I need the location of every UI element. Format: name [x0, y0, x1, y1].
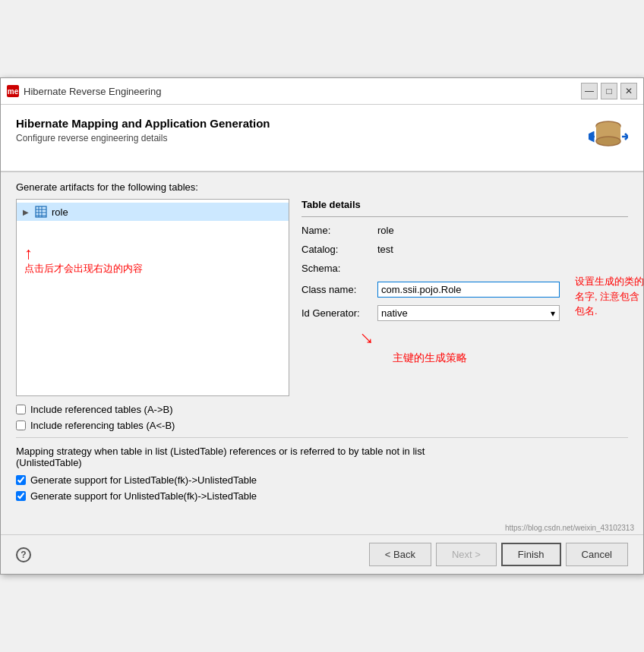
- sub-title: Configure reverse engineering details: [16, 133, 270, 143]
- id-generator-select[interactable]: native assigned increment identity seque…: [377, 305, 560, 321]
- table-grid-icon: [35, 206, 47, 218]
- checkbox-referencing[interactable]: [16, 420, 26, 430]
- footer: ? < Back Next > Finish Cancel: [1, 534, 643, 574]
- expand-arrow-icon: ▶: [23, 208, 29, 216]
- label-catalog: Catalog:: [301, 244, 377, 255]
- checkbox-row-unlisted-listed: Generate support for UnlistedTable(fk)->…: [16, 490, 628, 502]
- value-catalog: test: [377, 244, 393, 255]
- checkbox-referenced[interactable]: [16, 405, 26, 414]
- field-row-name: Name: role: [301, 225, 628, 236]
- checkbox-row-referenced: Include referenced tables (A->B): [16, 404, 628, 415]
- checkbox-listed-unlisted-label: Generate support for ListedTable(fk)->Un…: [30, 474, 257, 486]
- mapping-text: Mapping strategy when table in list (Lis…: [16, 446, 628, 468]
- field-row-classname: Class name: 设置生成的类的名字, 注意包含包名.: [301, 282, 628, 298]
- title-bar-left: me Hibernate Reverse Engineering: [7, 85, 161, 97]
- title-bar: me Hibernate Reverse Engineering — □ ✕: [1, 78, 643, 105]
- maximize-button[interactable]: □: [601, 83, 617, 99]
- checkbox-referencing-label: Include referencing tables (A<-B): [30, 420, 175, 431]
- url-area: https://blog.csdn.net/weixin_43102313: [1, 520, 643, 534]
- mapping-section: Mapping strategy when table in list (Lis…: [16, 437, 628, 511]
- field-row-idgenerator: Id Generator: native assigned increment …: [301, 305, 628, 321]
- checkbox-unlisted-listed-label: Generate support for UnlistedTable(fk)->…: [30, 490, 257, 502]
- back-button[interactable]: < Back: [369, 543, 431, 566]
- next-button[interactable]: Next >: [436, 543, 497, 566]
- classname-input[interactable]: [377, 282, 560, 298]
- table-name: role: [52, 206, 68, 218]
- table-list-item[interactable]: ▶ role: [17, 203, 289, 221]
- id-annotation: 主键的生成策略: [393, 351, 467, 365]
- value-name: role: [377, 225, 394, 236]
- minimize-button[interactable]: —: [581, 83, 598, 99]
- app-icon: me: [7, 85, 19, 97]
- table-list-panel: ▶ role: [16, 199, 289, 396]
- details-panel: Table details Name: role Catalog: test S…: [301, 199, 628, 396]
- main-title: Hibernate Mapping and Application Genera…: [16, 117, 270, 130]
- id-annotation-area: ↑ 主键的生成策略: [301, 329, 628, 389]
- cancel-button[interactable]: Cancel: [566, 543, 628, 566]
- checkbox-row-referencing: Include referencing tables (A<-B): [16, 420, 628, 431]
- details-title: Table details: [301, 199, 628, 210]
- label-idgenerator: Id Generator:: [301, 307, 377, 319]
- svg-point-2: [596, 137, 620, 146]
- url-text: https://blog.csdn.net/weixin_43102313: [505, 524, 634, 532]
- window-title: Hibernate Reverse Engineering: [24, 86, 161, 97]
- section-label: Generate artifacts for the following tab…: [16, 181, 628, 193]
- header-area: Hibernate Mapping and Application Genera…: [1, 105, 643, 172]
- finish-button[interactable]: Finish: [501, 543, 561, 566]
- db-icon: [589, 117, 628, 159]
- close-button[interactable]: ✕: [620, 83, 637, 99]
- up-arrow-icon: ↑: [24, 245, 33, 262]
- checkbox-referenced-label: Include referenced tables (A->B): [30, 404, 173, 415]
- left-annotation: 点击后才会出现右边的内容: [24, 262, 143, 276]
- label-schema: Schema:: [301, 263, 377, 274]
- main-window: me Hibernate Reverse Engineering — □ ✕ H…: [0, 77, 644, 575]
- label-classname: Class name:: [301, 284, 377, 295]
- two-col-layout: ▶ role: [16, 199, 628, 396]
- checkbox-unlisted-listed[interactable]: [16, 491, 26, 501]
- footer-buttons: < Back Next > Finish Cancel: [369, 543, 628, 566]
- label-name: Name:: [301, 225, 377, 236]
- checkbox-row-listed-unlisted: Generate support for ListedTable(fk)->Un…: [16, 474, 628, 486]
- help-button[interactable]: ?: [16, 547, 31, 562]
- body-area: Generate artifacts for the following tab…: [1, 172, 643, 520]
- checkbox-listed-unlisted[interactable]: [16, 475, 26, 485]
- title-bar-controls: — □ ✕: [581, 83, 637, 99]
- field-row-catalog: Catalog: test: [301, 244, 628, 255]
- id-generator-wrapper: native assigned increment identity seque…: [377, 305, 560, 321]
- field-row-schema: Schema:: [301, 263, 628, 274]
- id-arrow-icon: ↑: [356, 328, 379, 351]
